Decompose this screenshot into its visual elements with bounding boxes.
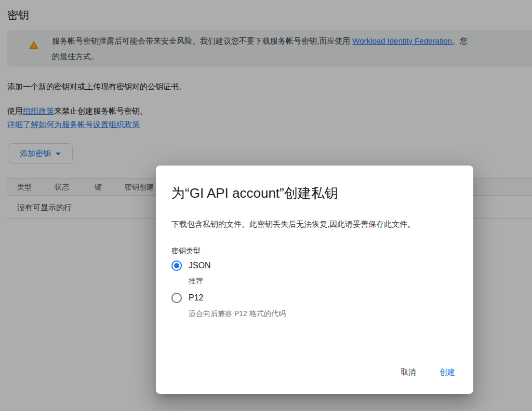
cancel-button[interactable]: 取消 (400, 365, 417, 379)
radio-option-json[interactable]: JSON (171, 261, 211, 271)
keys-page: 密钥 服务帐号密钥泄露后可能会带来安全风险。我们建议您不要下载服务帐号密钥,而应… (0, 0, 532, 411)
radio-selected-icon[interactable] (171, 261, 182, 271)
radio-json-description: 推荐 (189, 277, 203, 286)
key-type-label: 密钥类型 (171, 246, 201, 256)
radio-option-p12[interactable]: P12 (171, 293, 203, 303)
dialog-actions: 取消 创建 (400, 365, 456, 379)
radio-unselected-icon[interactable] (171, 293, 182, 303)
radio-p12-description: 适合向后兼容 P12 格式的代码 (189, 309, 286, 319)
create-private-key-dialog: 为“GI API account”创建私钥 下载包含私钥的文件。此密钥丢失后无法… (156, 166, 473, 394)
dialog-title: 为“GI API account”创建私钥 (171, 184, 338, 202)
radio-json-label: JSON (189, 261, 211, 270)
dialog-body-text: 下载包含私钥的文件。此密钥丢失后无法恢复,因此请妥善保存此文件。 (171, 218, 463, 230)
create-button[interactable]: 创建 (438, 365, 456, 379)
radio-p12-label: P12 (189, 293, 203, 303)
